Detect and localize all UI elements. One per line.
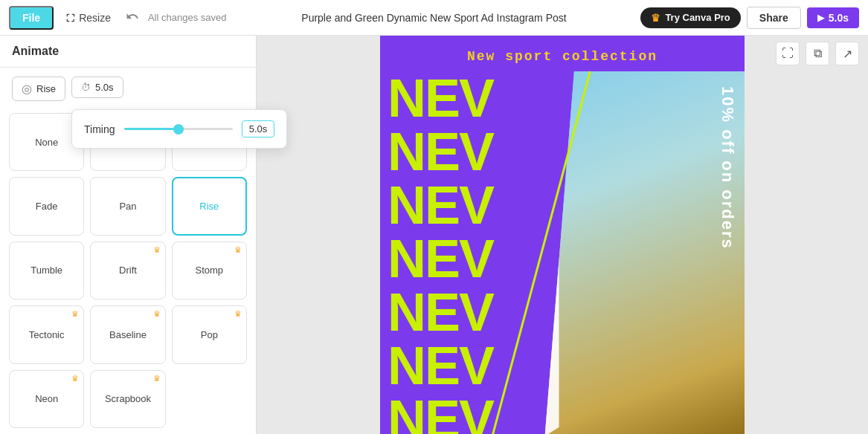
panel-header: Animate (0, 36, 256, 68)
play-timer-label: 5.0s (829, 12, 849, 24)
timing-slider[interactable] (124, 128, 234, 130)
timing-label: Timing (84, 123, 115, 135)
share-canvas-button[interactable]: ↗ (835, 42, 859, 65)
timer-icon: ⏱ (81, 82, 91, 93)
play-button[interactable]: ▶ 5.0s (807, 7, 859, 28)
animation-item-fade[interactable]: Fade (9, 177, 84, 235)
rise-label: Rise (36, 83, 56, 94)
rise-button[interactable]: ◎ Rise (12, 77, 65, 101)
resize-icon (65, 13, 76, 23)
canvas-side-text: 10% off on orders (718, 86, 737, 250)
animation-item-pop[interactable]: Pop♛ (172, 305, 247, 363)
crown-badge-stomp: ♛ (234, 245, 242, 255)
animation-item-neon[interactable]: Neon♛ (9, 370, 84, 428)
resize-button[interactable]: Resize (60, 9, 117, 27)
share-button[interactable]: Share (747, 7, 801, 29)
canvas-headline: New sport collection (380, 36, 745, 71)
timing-slider-wrap (124, 128, 234, 130)
canvas-body: NEV NEV NEV NEV NEV NEV NEV 10% off o (380, 71, 745, 434)
play-icon: ▶ (817, 13, 824, 23)
saved-label: All changes saved (148, 12, 227, 23)
try-canva-pro-button[interactable]: ♛ Try Canva Pro (640, 7, 740, 28)
animation-grid: NoneBlockBreatheFadePanRiseTumbleDrift♛S… (0, 107, 256, 434)
undo-button[interactable] (123, 7, 142, 28)
animation-item-rise[interactable]: Rise (172, 177, 247, 235)
animation-item-stomp[interactable]: Stomp♛ (172, 242, 247, 299)
crown-badge-drift: ♛ (153, 245, 161, 255)
animation-item-drift[interactable]: Drift♛ (90, 242, 165, 299)
timer-button[interactable]: ⏱ 5.0s (71, 77, 123, 98)
resize-label: Resize (79, 12, 111, 24)
canva-pro-label: Try Canva Pro (665, 12, 730, 23)
timing-dropdown: Timing 5.0s (71, 109, 287, 149)
animation-item-scrapbook[interactable]: Scrapbook♛ (90, 370, 165, 428)
animation-item-tectonic[interactable]: Tectonic♛ (9, 305, 84, 363)
topbar-right: ♛ Try Canva Pro Share ▶ 5.0s (640, 7, 859, 29)
crown-badge-pop: ♛ (234, 309, 242, 319)
file-button[interactable]: File (9, 6, 54, 30)
crown-icon: ♛ (651, 12, 660, 24)
topbar: File Resize All changes saved Purple and… (0, 0, 868, 36)
crown-badge-baseline: ♛ (153, 309, 161, 319)
timer-label: 5.0s (95, 82, 114, 93)
undo-icon (126, 10, 139, 23)
crown-badge-scrapbook: ♛ (153, 374, 161, 383)
duplicate-button[interactable]: ⧉ (806, 42, 829, 65)
rise-icon: ◎ (22, 82, 32, 96)
document-title: Purple and Green Dynamic New Sport Ad In… (301, 12, 566, 24)
canvas-toolbar: ⛶ ⧉ ↗ (776, 42, 859, 65)
left-panel: Animate ◎ Rise ⏱ 5.0s Timing 5.0s (0, 36, 257, 434)
main-area: Animate ◎ Rise ⏱ 5.0s Timing 5.0s (0, 36, 868, 434)
crown-badge-tectonic: ♛ (71, 309, 79, 319)
canvas-area: ⛶ ⧉ ↗ New sport collection NEV NEV NEV N… (257, 36, 868, 434)
crown-badge-neon: ♛ (71, 374, 79, 383)
animate-controls: ◎ Rise ⏱ 5.0s Timing 5.0s (0, 68, 256, 107)
animation-item-baseline[interactable]: Baseline♛ (90, 305, 165, 363)
canvas-preview: New sport collection NEV NEV NEV NEV NEV… (380, 36, 745, 434)
expand-button[interactable]: ⛶ (776, 42, 800, 65)
animation-item-pan[interactable]: Pan (90, 177, 165, 235)
animation-item-tumble[interactable]: Tumble (9, 242, 84, 299)
animate-title: Animate (12, 45, 59, 58)
timing-value: 5.0s (242, 120, 274, 137)
